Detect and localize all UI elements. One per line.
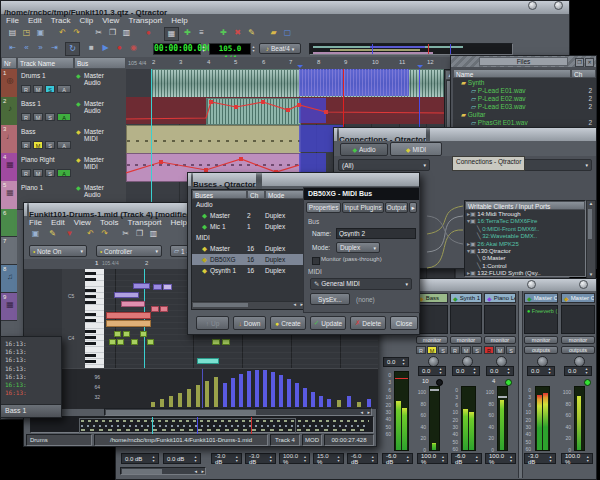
- filter-left-combo[interactable]: (All)▾: [338, 159, 430, 171]
- strip-volume-spin[interactable]: -3.0 dB▴▾: [211, 453, 242, 464]
- range-icon[interactable]: ▢: [281, 27, 294, 39]
- add-clip-icon[interactable]: ✚: [181, 27, 194, 39]
- bus-row[interactable]: ◆Mic 11Duplex: [192, 221, 304, 232]
- port-item[interactable]: ╲ 1:Control: [467, 263, 583, 270]
- copy-icon[interactable]: ❐: [106, 27, 119, 39]
- undo-icon[interactable]: ↶: [56, 27, 69, 39]
- menu-clip[interactable]: Clip: [79, 16, 93, 25]
- monitor-button[interactable]: monitor: [484, 336, 516, 344]
- fader-handle[interactable]: [498, 396, 507, 398]
- port-client[interactable]: ▸▣ 132:FLUID Synth (Qsy..: [467, 270, 583, 277]
- midi-note[interactable]: [117, 339, 124, 345]
- input-gain-spin[interactable]: 0.0 dB▴▾: [163, 453, 201, 464]
- add-track-icon[interactable]: ✚: [217, 27, 230, 39]
- tab-properties[interactable]: Properties: [306, 202, 341, 213]
- port-client[interactable]: ▸▣ 14:Midi Through: [467, 211, 583, 218]
- update-button[interactable]: ✓Update: [310, 316, 346, 330]
- velocity-lane[interactable]: 96 64 32: [24, 368, 378, 409]
- col-bus[interactable]: Bus: [74, 57, 126, 69]
- midi-note[interactable]: [114, 331, 121, 337]
- tab-output-plugins[interactable]: Output: [385, 202, 409, 213]
- monitor-label[interactable]: Monitor (pass-through): [321, 256, 415, 262]
- files-tree[interactable]: ▰ Synth ▱ P-Lead E01.wav2 ▱ P-Lead E02.w…: [453, 78, 596, 132]
- port-client[interactable]: ▸▣ 26:Akai MPK25: [467, 241, 583, 248]
- strip-label[interactable]: ◆Master Out: [561, 293, 595, 303]
- track-number-cell[interactable]: 6: [1, 209, 17, 237]
- tab-input-plugins[interactable]: Input Plugins: [342, 202, 383, 213]
- solo-button[interactable]: S: [438, 346, 448, 354]
- messages-footer[interactable]: Bass 1: [1, 404, 61, 417]
- mute-button[interactable]: M: [427, 346, 437, 354]
- strip-label[interactable]: ◆Bass: [416, 293, 448, 303]
- create-button[interactable]: ●Create: [270, 316, 306, 330]
- pan-spin[interactable]: 0.0▴▾: [452, 366, 480, 376]
- track-row[interactable]: 3♩ Bass R M S A ◆ MasterMIDI: [1, 125, 126, 154]
- menu-edit[interactable]: Edit: [51, 218, 65, 227]
- mute-button[interactable]: M: [495, 346, 505, 354]
- mode-combo[interactable]: Duplex▾: [336, 242, 380, 253]
- midi-note[interactable]: [106, 312, 151, 319]
- delete-button[interactable]: ✗Delete: [350, 316, 386, 330]
- buses-tree[interactable]: Buses Ch Mode Audio ◆Master2Duplex ◆Mic …: [191, 189, 305, 310]
- col-mode[interactable]: Mode: [265, 190, 304, 199]
- ports-scrollbar[interactable]: ▲ ▼: [586, 200, 596, 279]
- record-button[interactable]: R: [21, 141, 31, 149]
- bus-name-input[interactable]: [336, 228, 416, 239]
- fader-handle[interactable]: [430, 389, 439, 391]
- midi-note[interactable]: [160, 306, 168, 312]
- record-icon[interactable]: ▼: [63, 228, 76, 240]
- track-row[interactable]: 4▦ Piano Right R M S A ◆ MasterMIDI: [1, 153, 126, 182]
- strip-volume-spin[interactable]: -3.0 dB▴▾: [524, 453, 556, 464]
- bus-row[interactable]: ◆Master16Duplex: [192, 243, 304, 254]
- automation-button[interactable]: A: [57, 141, 71, 149]
- cut-icon[interactable]: ✂: [119, 228, 132, 240]
- track-number-cell[interactable]: 8♫: [1, 265, 17, 293]
- minimize-button[interactable]: [527, 280, 536, 289]
- files-titlebar[interactable]: Files ❐ ✕: [451, 56, 596, 67]
- solo-button[interactable]: S: [472, 346, 482, 354]
- paste-icon[interactable]: ▥: [147, 228, 160, 240]
- bass1-gain-curve[interactable]: [126, 97, 444, 125]
- track-number-cell[interactable]: 7: [1, 237, 17, 265]
- automation-button[interactable]: A: [57, 113, 71, 121]
- connections-titlebar[interactable]: Connections - Qtractor: [334, 128, 596, 141]
- record-button[interactable]: R: [21, 85, 31, 93]
- strip-label[interactable]: ◆Piano Left: [484, 293, 516, 303]
- float-icon[interactable]: ❐: [575, 58, 584, 67]
- buses-titlebar[interactable]: Buses - Qtractor: [188, 173, 419, 186]
- close-button[interactable]: Close: [390, 316, 418, 330]
- monitor-button[interactable]: monitor: [416, 336, 448, 344]
- midi-note[interactable]: [123, 331, 130, 337]
- port-item[interactable]: ╲ 0:Master: [467, 255, 583, 262]
- bus-group-audio[interactable]: Audio: [192, 199, 304, 210]
- pan-spin[interactable]: 0.0▴▾: [418, 366, 446, 376]
- record-button[interactable]: R: [484, 346, 494, 354]
- mute-button[interactable]: M: [33, 85, 43, 93]
- midi-note[interactable]: [121, 301, 145, 307]
- inputs-hscrollbar[interactable]: ◂▸: [120, 467, 206, 475]
- col-nr[interactable]: Nr: [1, 57, 17, 69]
- menu-help[interactable]: Help: [171, 218, 187, 227]
- menu-view[interactable]: View: [74, 218, 91, 227]
- bus-row[interactable]: ◆Qsynth 116Duplex: [192, 265, 304, 276]
- tab-audio[interactable]: ◆Audio: [340, 143, 388, 156]
- track-number-cell[interactable]: 9▦: [1, 293, 17, 321]
- transport-rewind-icon[interactable]: «: [20, 42, 33, 54]
- port-item[interactable]: ╲ 32:Wavetable DMX..: [467, 233, 583, 240]
- col-buses[interactable]: Buses: [192, 190, 247, 199]
- pan-spin[interactable]: 0.0▴▾: [486, 366, 514, 376]
- outputs-button[interactable]: outputs: [524, 346, 558, 354]
- new-icon[interactable]: ▤: [6, 27, 19, 39]
- solo-button[interactable]: S: [45, 113, 55, 121]
- automation-button[interactable]: A: [57, 169, 71, 177]
- monitor-checkbox[interactable]: [312, 257, 320, 265]
- transport-forward-icon[interactable]: ⇥: [48, 42, 61, 54]
- writable-ports-list[interactable]: Writable Clients / Input Ports ▸▣ 14:Mid…: [464, 200, 586, 277]
- punch-icon[interactable]: ◉: [127, 42, 140, 54]
- midi-hscrollbar[interactable]: ◂▸: [104, 408, 372, 416]
- monitor-button[interactable]: monitor: [524, 336, 558, 344]
- clip-bass-midi[interactable]: [126, 125, 301, 154]
- tempo-spinner[interactable]: ▴▾: [250, 43, 257, 54]
- midi-note[interactable]: [163, 284, 172, 290]
- strip-volume-spin[interactable]: -6.0 dB▴▾: [451, 453, 482, 464]
